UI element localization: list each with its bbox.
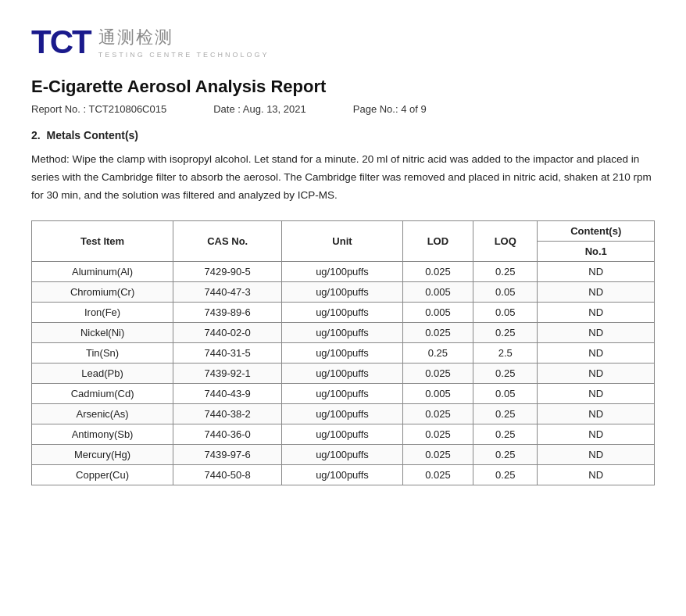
section-heading: 2. Metals Content(s) [31,129,655,141]
cell-item: Nickel(Ni) [32,322,173,342]
report-no: Report No. : TCT210806C015 [31,103,166,115]
page-no: Page No.: 4 of 9 [353,103,427,115]
cell-no1: ND [538,444,655,464]
table-row: Nickel(Ni)7440-02-0ug/100puffs0.0250.25N… [32,322,655,342]
date-value: Aug. 13, 2021 [243,103,306,115]
cell-loq: 0.25 [473,444,538,464]
cell-item: Arsenic(As) [32,403,173,424]
cell-loq: 0.25 [473,322,538,342]
cell-cas: 7440-38-2 [173,403,282,424]
col-header-test-item: Test Item [32,220,173,261]
cell-item: Lead(Pb) [32,363,173,383]
logo-area: TCT 通测检测 TESTING CENTRE TECHNOLOGY [31,23,655,61]
logo-chinese-sub: TESTING CENTRE TECHNOLOGY [98,51,270,59]
section-title: Metals Content(s) [47,129,138,141]
cell-loq: 2.5 [473,342,538,363]
col-header-contents: Content(s) [538,220,655,241]
cell-item: Iron(Fe) [32,302,173,322]
logo-chinese: 通测检测 TESTING CENTRE TECHNOLOGY [98,26,270,59]
cell-unit: ug/100puffs [282,403,402,424]
report-no-value: TCT210806C015 [88,103,166,115]
table-row: Copper(Cu)7440-50-8ug/100puffs0.0250.25N… [32,464,655,485]
cell-unit: ug/100puffs [282,281,402,302]
cell-cas: 7440-47-3 [173,281,282,302]
table-row: Tin(Sn)7440-31-5ug/100puffs0.252.5ND [32,342,655,363]
cell-no1: ND [538,403,655,424]
cell-loq: 0.05 [473,302,538,322]
table-row: Iron(Fe)7439-89-6ug/100puffs0.0050.05ND [32,302,655,322]
cell-cas: 7440-02-0 [173,322,282,342]
cell-item: Chromium(Cr) [32,281,173,302]
cell-loq: 0.05 [473,281,538,302]
table-row: Arsenic(As)7440-38-2ug/100puffs0.0250.25… [32,403,655,424]
col-header-unit: Unit [282,220,402,261]
cell-lod: 0.025 [402,403,473,424]
cell-loq: 0.25 [473,261,538,281]
cell-unit: ug/100puffs [282,322,402,342]
logo-tct: TCT [31,23,91,61]
cell-unit: ug/100puffs [282,424,402,444]
col-header-cas-no: CAS No. [173,220,282,261]
cell-unit: ug/100puffs [282,464,402,485]
table-row: Aluminum(Al)7429-90-5ug/100puffs0.0250.2… [32,261,655,281]
table-row: Cadmium(Cd)7440-43-9ug/100puffs0.0050.05… [32,383,655,403]
cell-item: Mercury(Hg) [32,444,173,464]
cell-lod: 0.025 [402,363,473,383]
cell-unit: ug/100puffs [282,342,402,363]
table-row: Antimony(Sb)7440-36-0ug/100puffs0.0250.2… [32,424,655,444]
cell-item: Aluminum(Al) [32,261,173,281]
col-header-loq: LOQ [473,220,538,261]
section-number: 2. [31,129,41,141]
cell-loq: 0.25 [473,464,538,485]
cell-lod: 0.005 [402,383,473,403]
cell-cas: 7440-36-0 [173,424,282,444]
cell-no1: ND [538,322,655,342]
cell-cas: 7439-89-6 [173,302,282,322]
cell-no1: ND [538,302,655,322]
cell-no1: ND [538,424,655,444]
col-header-no1: No.1 [538,241,655,261]
cell-cas: 7429-90-5 [173,261,282,281]
col-header-lod: LOD [402,220,473,261]
cell-lod: 0.005 [402,302,473,322]
cell-unit: ug/100puffs [282,261,402,281]
cell-lod: 0.025 [402,444,473,464]
cell-no1: ND [538,281,655,302]
cell-unit: ug/100puffs [282,302,402,322]
table-row: Chromium(Cr)7440-47-3ug/100puffs0.0050.0… [32,281,655,302]
cell-lod: 0.005 [402,281,473,302]
cell-lod: 0.025 [402,322,473,342]
meta-row: Report No. : TCT210806C015 Date : Aug. 1… [31,103,655,115]
report-no-label: Report No. : [31,103,88,115]
metals-table: Test Item CAS No. Unit LOD LOQ Content(s… [31,220,655,485]
date-label: Date : [213,103,243,115]
cell-unit: ug/100puffs [282,363,402,383]
logo-chinese-main: 通测检测 [98,26,270,49]
cell-cas: 7440-50-8 [173,464,282,485]
cell-loq: 0.05 [473,383,538,403]
cell-cas: 7439-92-1 [173,363,282,383]
page-value: 4 of 9 [401,103,427,115]
cell-no1: ND [538,342,655,363]
cell-item: Copper(Cu) [32,464,173,485]
cell-cas: 7440-31-5 [173,342,282,363]
method-text: Method: Wipe the clamp with isopropyl al… [31,151,655,205]
cell-no1: ND [538,363,655,383]
cell-item: Antimony(Sb) [32,424,173,444]
cell-loq: 0.25 [473,403,538,424]
cell-unit: ug/100puffs [282,444,402,464]
cell-lod: 0.25 [402,342,473,363]
cell-no1: ND [538,261,655,281]
cell-cas: 7439-97-6 [173,444,282,464]
report-title: E-Cigarette Aerosol Analysis Report [31,77,655,97]
cell-lod: 0.025 [402,261,473,281]
cell-loq: 0.25 [473,424,538,444]
cell-unit: ug/100puffs [282,383,402,403]
cell-loq: 0.25 [473,363,538,383]
cell-no1: ND [538,383,655,403]
cell-no1: ND [538,464,655,485]
cell-item: Tin(Sn) [32,342,173,363]
cell-cas: 7440-43-9 [173,383,282,403]
page-label: Page No.: [353,103,401,115]
report-date: Date : Aug. 13, 2021 [213,103,306,115]
